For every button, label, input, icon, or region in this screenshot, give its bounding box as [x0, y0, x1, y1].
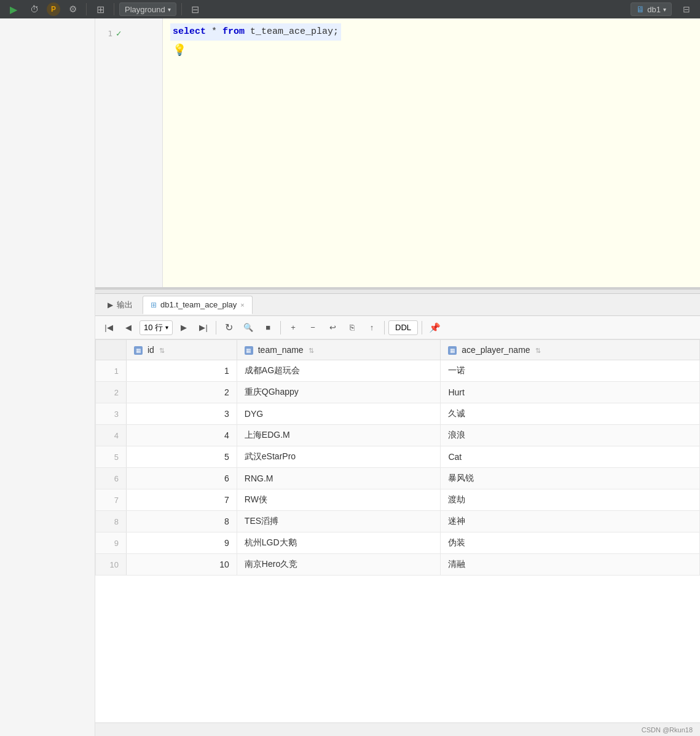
grid-button[interactable]: ⊞ — [92, 2, 109, 17]
separator-3 — [181, 3, 182, 15]
col-header-id-label: id — [147, 345, 154, 355]
table-row[interactable]: 7 7 RW侠 渡劫 — [96, 489, 700, 511]
table-row[interactable]: 3 3 DYG 久诚 — [96, 403, 700, 425]
table-row[interactable]: 10 10 南京Hero久竞 清融 — [96, 554, 700, 576]
results-toolbar: |◀ ◀ 10 行 ▾ ▶ ▶| ↻ 🔍 ■ + − ↩ ⎘ ↑ DDL — [95, 316, 700, 339]
table-row[interactable]: 6 6 RNG.M 暴风锐 — [96, 468, 700, 489]
table-tab-icon: ⊞ — [151, 301, 157, 309]
rtb-sep-4 — [422, 321, 422, 334]
table-tab-label: db1.t_team_ace_play — [160, 300, 237, 309]
cell-ace-player: 伪装 — [441, 532, 700, 554]
separator-2 — [114, 3, 114, 15]
cell-id: 7 — [127, 489, 237, 511]
cell-rownum: 8 — [96, 511, 127, 532]
cell-ace-player: Hurt — [441, 382, 700, 403]
tab-output[interactable]: ▶ 输出 — [100, 296, 140, 314]
cell-ace-player: 迷神 — [441, 511, 700, 532]
play-button[interactable]: ▶ — [5, 2, 22, 17]
cell-rownum: 1 — [96, 360, 127, 382]
undo-button[interactable]: ↩ — [324, 320, 341, 336]
cell-rownum: 6 — [96, 468, 127, 489]
line-number-1: 1 ✓ — [95, 25, 162, 42]
db-icon: 🖥 — [636, 4, 645, 14]
sql-editor-area: 1 ✓ select * from t_team_ace_play; 💡 — [95, 18, 700, 289]
stop-button[interactable]: ■ — [259, 320, 277, 336]
results-panel: ▶ 输出 ⊞ db1.t_team_ace_play × |◀ ◀ 10 行 ▾… — [95, 294, 700, 722]
cell-team-name: 成都AG超玩会 — [237, 360, 441, 382]
data-table: ▦ id ⇅ ▦ team_name ⇅ ▦ ace_p — [95, 339, 700, 576]
table-row[interactable]: 4 4 上海EDG.M 浪浪 — [96, 425, 700, 446]
id-col-icon: ▦ — [134, 346, 143, 355]
sql-code-area[interactable]: select * from t_team_ace_play; 💡 — [163, 18, 700, 287]
db-dropdown-arrow: ▾ — [663, 6, 666, 13]
db-selector[interactable]: 🖥 db1 ▾ — [631, 2, 672, 16]
cell-ace-player: 清融 — [441, 554, 700, 576]
main-layout: 1 ✓ select * from t_team_ace_play; 💡 — [0, 18, 700, 736]
ddl-button[interactable]: DDL — [388, 320, 418, 335]
rows-arrow-icon: ▾ — [165, 324, 168, 331]
top-toolbar: ▶ ⏱ P ⚙ ⊞ Playground ▾ ⊟ 🖥 db1 ▾ ⊟ — [0, 0, 700, 18]
tab-table[interactable]: ⊞ db1.t_team_ace_play × — [143, 296, 253, 314]
output-tab-label: 输出 — [117, 299, 133, 311]
cell-id: 3 — [127, 403, 237, 425]
next-page-button[interactable]: ▶ — [175, 320, 192, 336]
cell-id: 2 — [127, 382, 237, 403]
rtb-sep-3 — [384, 321, 385, 334]
rtb-sep-1 — [216, 321, 216, 334]
upload-button[interactable]: ↑ — [363, 320, 380, 336]
col-header-id[interactable]: ▦ id ⇅ — [127, 340, 237, 360]
id-sort-icon[interactable]: ⇅ — [159, 347, 165, 354]
data-table-container[interactable]: ▦ id ⇅ ▦ team_name ⇅ ▦ ace_p — [95, 339, 700, 722]
cell-team-name: 武汉eStarPro — [237, 446, 441, 468]
tab-close-icon[interactable]: × — [240, 301, 244, 309]
rows-label: 10 行 — [144, 322, 163, 333]
playground-dropdown[interactable]: Playground ▾ — [119, 2, 176, 16]
cell-team-name: RNG.M — [237, 468, 441, 489]
profile-button[interactable]: P — [47, 2, 60, 16]
separator-1 — [86, 3, 87, 15]
table-body: 1 1 成都AG超玩会 一诺 2 2 重庆QGhappy Hurt 3 3 DY… — [96, 360, 700, 576]
sql-line-1: select * from t_team_ace_play; — [170, 23, 693, 41]
cell-team-name: 上海EDG.M — [237, 425, 441, 446]
cell-rownum: 3 — [96, 403, 127, 425]
cell-team-name: RW侠 — [237, 489, 441, 511]
cell-rownum: 9 — [96, 532, 127, 554]
table-row[interactable]: 8 8 TES滔搏 迷神 — [96, 511, 700, 532]
cell-ace-player: 暴风锐 — [441, 468, 700, 489]
sidebar-toggle-button[interactable]: ⊟ — [678, 2, 695, 17]
prev-page-button[interactable]: ◀ — [120, 320, 137, 336]
refresh-button[interactable]: ↻ — [220, 320, 237, 336]
col-header-ace-player-name[interactable]: ▦ ace_player_name ⇅ — [441, 340, 700, 360]
rows-selector[interactable]: 10 行 ▾ — [140, 320, 173, 335]
cell-ace-player: Cat — [441, 446, 700, 468]
table-icon-button[interactable]: ⊟ — [187, 2, 204, 17]
search-button[interactable]: 🔍 — [240, 320, 257, 336]
remove-row-button[interactable]: − — [304, 320, 321, 336]
output-tab-icon: ▶ — [108, 301, 113, 309]
cell-rownum: 10 — [96, 554, 127, 576]
table-row[interactable]: 1 1 成都AG超玩会 一诺 — [96, 360, 700, 382]
resize-handle[interactable] — [95, 289, 700, 294]
team-name-sort-icon[interactable]: ⇅ — [309, 347, 314, 354]
cell-team-name: 杭州LGD大鹅 — [237, 532, 441, 554]
pin-button[interactable]: 📌 — [426, 320, 443, 336]
clone-button[interactable]: ⎘ — [344, 320, 361, 336]
status-bar: CSDN @Rkun18 — [95, 722, 700, 736]
last-page-button[interactable]: ▶| — [195, 320, 212, 336]
add-row-button[interactable]: + — [285, 320, 302, 336]
dropdown-arrow-icon: ▾ — [168, 6, 171, 13]
table-row[interactable]: 9 9 杭州LGD大鹅 伪装 — [96, 532, 700, 554]
cell-team-name: 南京Hero久竞 — [237, 554, 441, 576]
first-page-button[interactable]: |◀ — [100, 320, 117, 336]
history-button[interactable]: ⏱ — [26, 2, 43, 17]
left-sidebar — [0, 18, 95, 736]
ace-player-sort-icon[interactable]: ⇅ — [535, 347, 541, 354]
table-row[interactable]: 5 5 武汉eStarPro Cat — [96, 446, 700, 468]
ace-player-col-icon: ▦ — [448, 346, 457, 355]
line-num-1: 1 — [100, 29, 112, 38]
db-label: db1 — [647, 5, 661, 14]
sql-table-name: t_team_ace_play; — [250, 26, 339, 37]
settings-button[interactable]: ⚙ — [64, 2, 81, 17]
col-header-team-name[interactable]: ▦ team_name ⇅ — [237, 340, 441, 360]
table-row[interactable]: 2 2 重庆QGhappy Hurt — [96, 382, 700, 403]
